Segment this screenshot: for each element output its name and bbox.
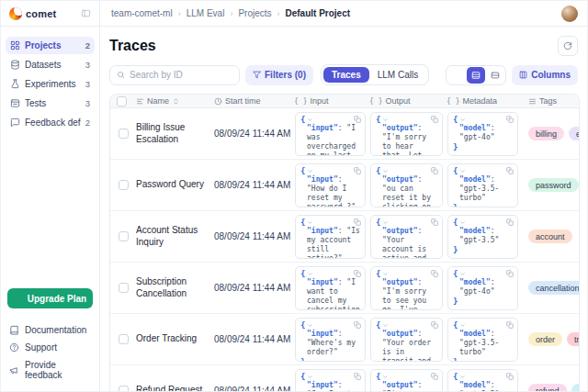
copy-icon[interactable]: [354, 321, 361, 329]
sidebar-item-experiments[interactable]: Experiments 3: [6, 75, 95, 93]
column-header-output[interactable]: { } Output: [369, 96, 447, 106]
tag[interactable]: password: [528, 178, 579, 192]
tag[interactable]: escalation: [569, 127, 579, 140]
row-checkbox[interactable]: [119, 283, 129, 293]
output-json-cell[interactable]: { "output": "I've submitted your refund …: [370, 369, 443, 392]
row-checkbox[interactable]: [119, 386, 129, 392]
chevron-down-icon[interactable]: [307, 271, 313, 277]
tag[interactable]: billing: [528, 127, 564, 140]
sidebar-item-datasets[interactable]: Datasets 3: [6, 56, 95, 73]
table-row[interactable]: Subscription Cancellation 08/09/24 11:44…: [110, 263, 579, 314]
filters-button[interactable]: Filters (0): [245, 65, 313, 85]
copy-icon[interactable]: [354, 116, 361, 123]
table-row[interactable]: Refund Request 08/09/24 11:44 AM { "inpu…: [110, 365, 579, 392]
density-medium-button[interactable]: [467, 67, 485, 84]
chevron-down-icon[interactable]: [382, 117, 389, 123]
copy-icon[interactable]: [431, 167, 438, 174]
tag[interactable]: order: [528, 332, 562, 346]
breadcrumb-projects[interactable]: Projects: [238, 8, 271, 18]
output-json-cell[interactable]: { "output": "Your order is in transit an…: [370, 318, 443, 362]
copy-icon[interactable]: [506, 116, 514, 123]
columns-button[interactable]: Columns: [512, 65, 578, 85]
chevron-down-icon[interactable]: [307, 168, 313, 174]
chevron-down-icon[interactable]: [459, 322, 466, 329]
chevron-down-icon[interactable]: [382, 322, 389, 329]
input-json-cell[interactable]: { "input": "How do I reset my password ?…: [295, 163, 366, 207]
density-compact-button[interactable]: [447, 67, 466, 84]
tag[interactable]: tracking: [567, 332, 579, 346]
input-json-cell[interactable]: { "input": "Can I get a refund for my la…: [295, 369, 366, 392]
row-checkbox[interactable]: [119, 129, 129, 139]
copy-icon[interactable]: [354, 373, 361, 380]
search-box[interactable]: [109, 65, 240, 85]
tab-traces[interactable]: Traces: [323, 67, 369, 83]
table-row[interactable]: Order Tracking 08/09/24 11:44 AM { "inpu…: [110, 314, 579, 365]
density-large-button[interactable]: [486, 67, 504, 84]
column-header-name[interactable]: Name: [136, 96, 214, 106]
output-json-cell[interactable]: { "output": "ou can reset it by clicking…: [370, 163, 443, 207]
copy-icon[interactable]: [506, 270, 514, 277]
row-checkbox[interactable]: [119, 180, 129, 190]
copy-icon[interactable]: [354, 270, 361, 277]
trace-name[interactable]: Refund Request: [136, 385, 214, 392]
tag[interactable]: refund: [528, 384, 567, 392]
input-json-cell[interactable]: { "input": "I was overcharged on my last…: [295, 112, 366, 156]
metadata-json-cell[interactable]: { "model": "gpt-4o" }: [447, 266, 518, 310]
chevron-down-icon[interactable]: [459, 271, 466, 277]
copy-icon[interactable]: [506, 167, 514, 174]
chevron-down-icon[interactable]: [307, 374, 313, 380]
trace-name[interactable]: Billing Issue Escalation: [136, 122, 214, 145]
trace-name[interactable]: Password Query: [136, 179, 214, 191]
sidebar-item-projects[interactable]: Projects 2: [6, 37, 95, 54]
trace-name[interactable]: Account Status Inquiry: [136, 225, 214, 248]
trace-name[interactable]: Subscription Cancellation: [136, 276, 214, 299]
table-row[interactable]: Account Status Inquiry 08/09/24 11:44 AM…: [110, 211, 579, 263]
chevron-down-icon[interactable]: [307, 219, 313, 226]
input-json-cell[interactable]: { "input": "Is my account still active?"…: [295, 215, 366, 259]
copy-icon[interactable]: [354, 167, 361, 174]
tab-llm-calls[interactable]: LLM Calls: [369, 67, 426, 83]
copy-icon[interactable]: [506, 373, 514, 380]
trace-name[interactable]: Order Tracking: [136, 333, 214, 345]
search-input[interactable]: [130, 70, 232, 80]
output-json-cell[interactable]: { "output": "I'm sorry to see you go. I'…: [370, 266, 443, 310]
column-header-start-time[interactable]: Start time: [214, 96, 294, 106]
input-json-cell[interactable]: { "input": "I want to cancel my subscrip…: [295, 266, 366, 310]
chevron-down-icon[interactable]: [382, 168, 389, 174]
copy-icon[interactable]: [506, 321, 514, 329]
tag[interactable]: request: [571, 384, 579, 392]
upgrade-plan-button[interactable]: Upgrade Plan: [7, 288, 93, 308]
chevron-down-icon[interactable]: [459, 168, 466, 174]
sidebar-item-feedback-definitions[interactable]: Feedback definitions 2: [6, 114, 95, 131]
output-json-cell[interactable]: { "output": "Your account is active and …: [370, 215, 443, 259]
sidebar-collapse-icon[interactable]: [81, 8, 91, 18]
comet-logo[interactable]: comet: [9, 7, 56, 20]
copy-icon[interactable]: [431, 373, 438, 380]
sidebar-item-documentation[interactable]: Documentation: [7, 321, 93, 339]
breadcrumb-llm-eval[interactable]: LLM Eval: [187, 8, 225, 18]
chevron-down-icon[interactable]: [459, 219, 466, 226]
sidebar-item-provide-feedback[interactable]: Provide feedback: [7, 356, 93, 384]
tag[interactable]: account: [528, 230, 572, 243]
tag[interactable]: cancellation: [528, 281, 579, 295]
metadata-json-cell[interactable]: { "model": "gpt-3.5-turbo" }: [447, 163, 518, 207]
table-row[interactable]: Billing Issue Escalation 08/09/24 11:44 …: [110, 108, 579, 160]
chevron-down-icon[interactable]: [382, 271, 389, 277]
copy-icon[interactable]: [431, 321, 438, 329]
table-row[interactable]: Password Query 08/09/24 11:44 AM { "inpu…: [110, 160, 579, 211]
chevron-down-icon[interactable]: [382, 219, 389, 226]
column-header-input[interactable]: { } Input: [294, 96, 369, 106]
metadata-json-cell[interactable]: { "model": "gpt-4o" }: [447, 112, 518, 156]
row-checkbox[interactable]: [119, 334, 129, 344]
chevron-down-icon[interactable]: [382, 374, 389, 380]
column-header-metadata[interactable]: { } Metadata: [447, 96, 522, 106]
select-all-checkbox[interactable]: [117, 96, 127, 106]
chevron-down-icon[interactable]: [307, 322, 313, 329]
output-json-cell[interactable]: { "output": "I'm sorry to hear that. Let…: [370, 112, 443, 156]
chevron-down-icon[interactable]: [459, 117, 466, 123]
input-json-cell[interactable]: { "input": "Where's my order?" }: [295, 318, 366, 362]
copy-icon[interactable]: [431, 116, 438, 123]
chevron-down-icon[interactable]: [307, 117, 313, 123]
copy-icon[interactable]: [506, 218, 514, 226]
refresh-button[interactable]: [558, 36, 578, 56]
